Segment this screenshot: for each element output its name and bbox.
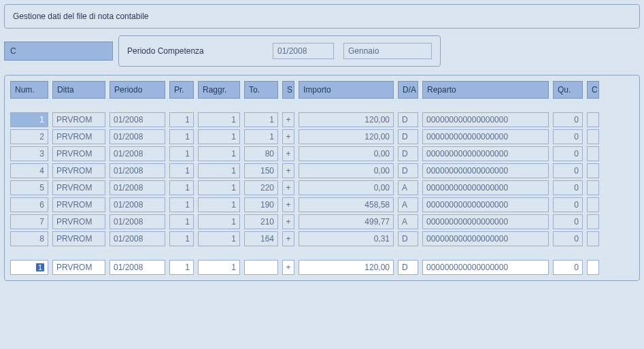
cell-raggr[interactable]: 1	[198, 129, 240, 144]
cell-periodo[interactable]: 01/2008	[109, 197, 165, 212]
cell-c[interactable]	[587, 146, 599, 161]
cell-num[interactable]: 4	[10, 163, 48, 178]
cell-to[interactable]: 1	[244, 112, 278, 127]
col-importo[interactable]: Importo	[299, 81, 394, 99]
edit-cell-ditta[interactable]: PRVROM	[52, 260, 105, 275]
edit-cell-pr[interactable]: 1	[169, 260, 194, 275]
cell-ditta[interactable]: PRVROM	[52, 180, 105, 195]
cell-da[interactable]: D	[398, 129, 418, 144]
cell-to[interactable]: 1	[244, 129, 278, 144]
cell-ditta[interactable]: PRVROM	[52, 197, 105, 212]
cell-s[interactable]: +	[282, 180, 294, 195]
cell-to[interactable]: 164	[244, 231, 278, 246]
col-c[interactable]: C	[587, 81, 599, 99]
cell-to[interactable]: 210	[244, 214, 278, 229]
cell-raggr[interactable]: 1	[198, 231, 240, 246]
cell-qu[interactable]: 0	[553, 163, 583, 178]
cell-num[interactable]: 3	[10, 146, 48, 161]
cell-importo[interactable]: 499,77	[299, 214, 394, 229]
cell-periodo[interactable]: 01/2008	[109, 214, 165, 229]
edit-cell-reparto[interactable]: 000000000000000000	[422, 260, 549, 275]
cell-raggr[interactable]: 1	[198, 112, 240, 127]
cell-raggr[interactable]: 1	[198, 180, 240, 195]
cell-s[interactable]: +	[282, 112, 294, 127]
cell-reparto[interactable]: 000000000000000000	[422, 112, 549, 127]
cell-c[interactable]	[587, 163, 599, 178]
cell-qu[interactable]: 0	[553, 180, 583, 195]
col-qu[interactable]: Qu.	[553, 81, 583, 99]
col-periodo[interactable]: Periodo	[109, 81, 165, 99]
cell-da[interactable]: D	[398, 112, 418, 127]
col-da[interactable]: D/A	[398, 81, 418, 99]
col-s[interactable]: S	[282, 81, 294, 99]
cell-s[interactable]: +	[282, 214, 294, 229]
edit-cell-c[interactable]	[587, 260, 599, 275]
cell-num[interactable]: 5	[10, 180, 48, 195]
cell-periodo[interactable]: 01/2008	[109, 129, 165, 144]
cell-importo[interactable]: 120,00	[299, 129, 394, 144]
cell-qu[interactable]: 0	[553, 231, 583, 246]
cell-pr[interactable]: 1	[169, 197, 194, 212]
col-raggr[interactable]: Raggr.	[198, 81, 240, 99]
cell-importo[interactable]: 120,00	[299, 112, 394, 127]
cell-raggr[interactable]: 1	[198, 146, 240, 161]
cell-pr[interactable]: 1	[169, 129, 194, 144]
cell-ditta[interactable]: PRVROM	[52, 214, 105, 229]
cell-num[interactable]: 8	[10, 231, 48, 246]
cell-periodo[interactable]: 01/2008	[109, 231, 165, 246]
cell-num[interactable]: 1	[10, 112, 48, 127]
cell-s[interactable]: +	[282, 231, 294, 246]
cell-num[interactable]: 2	[10, 129, 48, 144]
cell-raggr[interactable]: 1	[198, 214, 240, 229]
cell-raggr[interactable]: 1	[198, 163, 240, 178]
col-num[interactable]: Num.	[10, 81, 48, 99]
edit-cell-da[interactable]: D	[398, 260, 418, 275]
cell-ditta[interactable]: PRVROM	[52, 112, 105, 127]
edit-cell-periodo[interactable]: 01/2008	[109, 260, 165, 275]
edit-cell-num[interactable]: 1	[10, 260, 48, 275]
cell-reparto[interactable]: 000000000000000000	[422, 214, 549, 229]
cell-importo[interactable]: 0,00	[299, 180, 394, 195]
cell-reparto[interactable]: 000000000000000000	[422, 163, 549, 178]
cell-c[interactable]	[587, 180, 599, 195]
cell-raggr[interactable]: 1	[198, 197, 240, 212]
cell-ditta[interactable]: PRVROM	[52, 146, 105, 161]
cell-pr[interactable]: 1	[169, 146, 194, 161]
cell-to[interactable]: 150	[244, 163, 278, 178]
cell-to[interactable]: 80	[244, 146, 278, 161]
col-to[interactable]: To.	[244, 81, 278, 99]
col-pr[interactable]: Pr.	[169, 81, 194, 99]
code-chip[interactable]: C	[4, 41, 113, 61]
cell-pr[interactable]: 1	[169, 112, 194, 127]
cell-da[interactable]: D	[398, 146, 418, 161]
cell-num[interactable]: 6	[10, 197, 48, 212]
edit-cell-qu[interactable]: 0	[553, 260, 583, 275]
cell-c[interactable]	[587, 214, 599, 229]
cell-reparto[interactable]: 000000000000000000	[422, 146, 549, 161]
cell-reparto[interactable]: 000000000000000000	[422, 129, 549, 144]
period-value[interactable]: 01/2008	[273, 43, 334, 59]
cell-to[interactable]: 220	[244, 180, 278, 195]
cell-s[interactable]: +	[282, 163, 294, 178]
cell-c[interactable]	[587, 112, 599, 127]
cell-qu[interactable]: 0	[553, 112, 583, 127]
cell-qu[interactable]: 0	[553, 146, 583, 161]
cell-pr[interactable]: 1	[169, 180, 194, 195]
cell-s[interactable]: +	[282, 129, 294, 144]
col-ditta[interactable]: Ditta	[52, 81, 105, 99]
edit-cell-to[interactable]	[244, 260, 278, 275]
cell-c[interactable]	[587, 231, 599, 246]
edit-cell-importo[interactable]: 120,00	[299, 260, 394, 275]
col-reparto[interactable]: Reparto	[422, 81, 549, 99]
cell-c[interactable]	[587, 129, 599, 144]
cell-periodo[interactable]: 01/2008	[109, 146, 165, 161]
cell-importo[interactable]: 0,00	[299, 146, 394, 161]
cell-periodo[interactable]: 01/2008	[109, 163, 165, 178]
cell-num[interactable]: 7	[10, 214, 48, 229]
cell-importo[interactable]: 0,00	[299, 163, 394, 178]
cell-importo[interactable]: 458,58	[299, 197, 394, 212]
cell-qu[interactable]: 0	[553, 129, 583, 144]
cell-da[interactable]: A	[398, 180, 418, 195]
cell-reparto[interactable]: 000000000000000000	[422, 180, 549, 195]
cell-reparto[interactable]: 000000000000000000	[422, 197, 549, 212]
